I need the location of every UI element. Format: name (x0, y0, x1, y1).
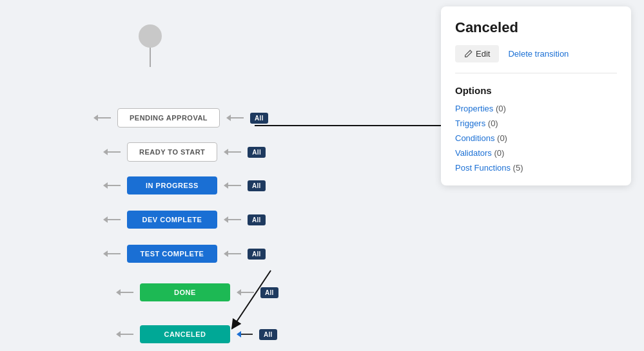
options-list: Properties (0) Triggers (0) Conditions (… (455, 104, 617, 173)
arrow-line (121, 292, 133, 293)
option-count-triggers: (0) (488, 119, 498, 128)
options-title: Options (455, 85, 617, 96)
arrow-inprogress (103, 182, 121, 189)
arrow-line (228, 219, 241, 220)
option-link-triggers[interactable]: Triggers (0) (455, 119, 498, 128)
status-box-in-progress[interactable]: IN PROGRESS (127, 176, 217, 194)
status-box-test-complete[interactable]: TEST COMPLETE (127, 245, 217, 263)
arrow-line (228, 253, 241, 254)
panel: Canceled Edit Delete transition Options … (441, 6, 631, 185)
panel-actions: Edit Delete transition (455, 45, 617, 73)
arrow-line (121, 334, 133, 335)
arrow-done (116, 289, 133, 296)
arrowhead-icon (224, 149, 228, 155)
arrow-line (108, 253, 121, 254)
main-container: PENDING APPROVAL All READY TO START All (0, 0, 644, 351)
arrow-line (108, 219, 121, 220)
all-badge-inprogress[interactable]: All (248, 180, 266, 191)
status-box-ready[interactable]: READY TO START (127, 142, 217, 162)
start-circle (139, 24, 162, 48)
status-box-done[interactable]: DONE (140, 283, 230, 301)
option-link-conditions[interactable]: Conditions (0) (455, 133, 507, 143)
arrow-line (108, 151, 121, 153)
workflow-area: PENDING APPROVAL All READY TO START All (39, 13, 309, 348)
status-box-pending-approval[interactable]: PENDING APPROVAL (117, 108, 220, 128)
edit-button[interactable]: Edit (455, 45, 499, 62)
arrow-right-test (224, 251, 241, 257)
arrowhead-icon (103, 251, 108, 257)
arrowhead-icon (224, 251, 228, 257)
node-test-complete: TEST COMPLETE All (103, 245, 266, 263)
big-arrow-to-canceled (219, 270, 277, 335)
option-item-properties: Properties (0) (455, 104, 617, 113)
option-count-post-functions: (5) (513, 163, 523, 173)
all-badge-dev[interactable]: All (248, 214, 266, 225)
arrow-ready (103, 149, 121, 155)
arrow-line (98, 117, 111, 119)
arrow-line (228, 185, 241, 186)
node-in-progress: IN PROGRESS All (103, 176, 266, 194)
arrowhead-icon (224, 216, 228, 223)
node-ready-to-start: READY TO START All (103, 142, 266, 162)
arrowhead-icon (224, 182, 228, 189)
arrowhead-icon (103, 216, 108, 223)
arrow-line (228, 151, 241, 153)
delete-transition-button[interactable]: Delete transition (505, 45, 571, 62)
arrowhead-icon (103, 182, 108, 189)
edit-icon (464, 50, 473, 58)
arrow-test (103, 251, 121, 257)
arrow-right-ready (224, 149, 241, 155)
panel-title: Canceled (455, 19, 617, 36)
arrow-line (108, 185, 121, 186)
arrowhead-icon (226, 115, 231, 121)
connector-top (150, 48, 151, 67)
arrow-right-inprogress (224, 182, 241, 189)
option-link-post-functions[interactable]: Post Functions (5) (455, 163, 523, 173)
option-count-validators: (0) (494, 148, 504, 158)
arrowhead-icon (103, 149, 108, 155)
option-item-conditions: Conditions (0) (455, 133, 617, 143)
arrow-dev (103, 216, 121, 223)
arrow-right-pending (226, 115, 244, 121)
arrow-pending-approval (93, 115, 111, 121)
arrowhead-icon (93, 115, 98, 121)
status-box-dev-complete[interactable]: DEV COMPLETE (127, 211, 217, 229)
arrowhead-icon (116, 331, 121, 337)
option-count-properties: (0) (496, 104, 506, 113)
option-link-properties[interactable]: Properties (0) (455, 104, 506, 113)
option-item-post-functions: Post Functions (5) (455, 163, 617, 173)
option-link-validators[interactable]: Validators (0) (455, 148, 504, 158)
status-box-canceled[interactable]: CANCELED (140, 325, 230, 343)
option-item-triggers: Triggers (0) (455, 119, 617, 128)
node-pending-approval: PENDING APPROVAL All (93, 108, 268, 128)
arrowhead-icon (116, 289, 121, 296)
node-dev-complete: DEV COMPLETE All (103, 211, 266, 229)
option-item-validators: Validators (0) (455, 148, 617, 158)
option-count-conditions: (0) (497, 133, 507, 143)
arrow-right-dev (224, 216, 241, 223)
all-badge-ready[interactable]: All (248, 147, 266, 158)
all-badge-test[interactable]: All (248, 249, 266, 260)
arrow-line (231, 117, 244, 119)
svg-line-1 (232, 270, 271, 328)
arrow-canceled (116, 331, 133, 337)
